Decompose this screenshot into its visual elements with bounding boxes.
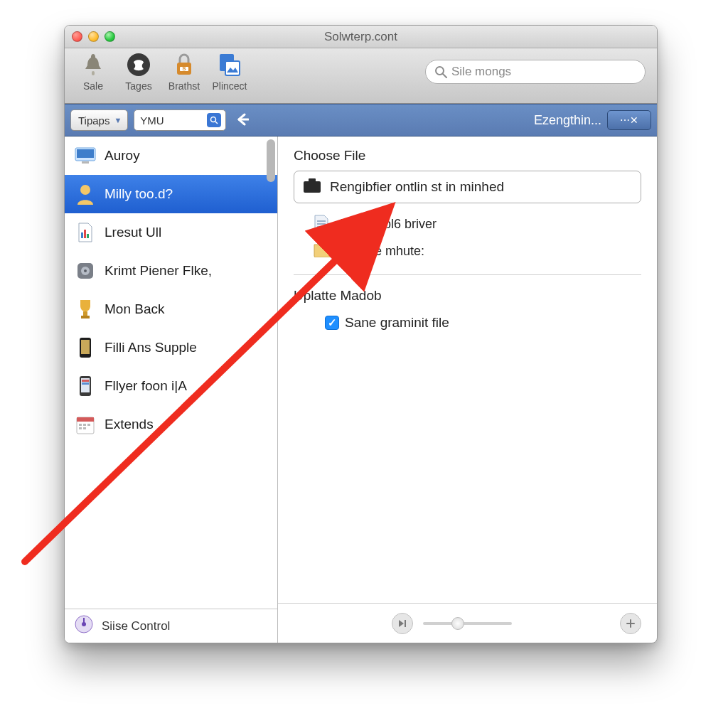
slider-knob[interactable] <box>451 617 464 630</box>
play-next-button[interactable] <box>392 613 413 634</box>
svg-rect-34 <box>87 424 90 426</box>
page-icon <box>314 215 331 233</box>
svg-rect-42 <box>317 223 326 225</box>
minimize-icon[interactable] <box>88 31 99 42</box>
toolbar-item-tages[interactable]: Tages <box>116 51 161 92</box>
window-title: Solwterp.cont <box>65 30 657 44</box>
zoom-icon[interactable] <box>105 31 115 42</box>
sidebar-item-label: Auroy <box>105 148 140 164</box>
file-row-adwla[interactable]: AdwlA abl6 briver <box>294 210 641 237</box>
svg-rect-35 <box>79 427 82 429</box>
window-body: Auroy Milly too.d? Lresut Ull Krimt Pien… <box>65 136 657 643</box>
checkbox-row[interactable]: ✓ Sane graminit file <box>294 311 641 331</box>
drive-icon <box>75 260 96 282</box>
svg-rect-0 <box>92 71 95 75</box>
person-icon <box>125 51 152 78</box>
svg-rect-33 <box>83 424 86 426</box>
detail-column: Choose File Rengibfier ontlin st in minh… <box>278 136 657 643</box>
sidebar-item-label: Extends <box>105 417 154 432</box>
file-row-label: AdwlA abl6 briver <box>338 217 437 232</box>
file-path-field[interactable]: Rengibfier ontlin st in minhed <box>294 171 641 203</box>
toolbar: Sale Tages S Brathst Plincect Sile mongs <box>65 48 657 104</box>
choose-file-label: Choose File <box>294 148 641 164</box>
sidebar-item-label: Lresut Ull <box>105 225 161 240</box>
svg-line-10 <box>215 122 218 124</box>
svg-rect-13 <box>77 149 94 158</box>
file-row-cample[interactable]: Cample mhute: <box>294 237 641 264</box>
svg-rect-16 <box>81 232 83 238</box>
search-icon[interactable] <box>207 113 221 127</box>
sidebar-item-filli[interactable]: Filli Ans Supple <box>65 328 277 367</box>
image-icon <box>216 51 243 78</box>
svg-rect-22 <box>83 311 87 316</box>
calendar-icon <box>75 414 96 435</box>
sidebar-item-fllyer[interactable]: Fllyer foon i|A <box>65 367 277 405</box>
file-row-label: Cample mhute: <box>338 244 424 259</box>
sidebar-item-label: Milly too.d? <box>105 186 173 202</box>
toolbar-item-sale[interactable]: Sale <box>70 51 116 92</box>
sidebar-item-extends[interactable]: Extends <box>65 405 277 444</box>
category-dropdown[interactable]: Tipaps ▼ <box>70 109 128 131</box>
svg-rect-43 <box>317 226 323 228</box>
search-placeholder: Sile mongs <box>451 65 511 79</box>
svg-rect-17 <box>84 230 86 238</box>
scrollbar-thumb[interactable] <box>267 139 275 182</box>
source-list[interactable]: Auroy Milly too.d? Lresut Ull Krimt Pien… <box>65 136 277 609</box>
toolbar-label: Tages <box>116 80 161 92</box>
sidebar-item-milly[interactable]: Milly too.d? <box>65 175 277 213</box>
sidebar-footer-label: Siise Control <box>102 619 170 633</box>
divider <box>294 274 641 275</box>
toolbar-label: Plincect <box>207 80 252 92</box>
sidebar-item-auroy[interactable]: Auroy <box>65 136 277 175</box>
tools-button[interactable]: ⋯✕ <box>607 110 651 130</box>
sidebar-item-lresut[interactable]: Lresut Ull <box>65 213 277 252</box>
toolbar-label: Sale <box>70 80 116 92</box>
svg-line-8 <box>443 74 446 77</box>
bell-icon <box>80 51 107 78</box>
sidebar: Auroy Milly too.d? Lresut Ull Krimt Pien… <box>65 136 278 643</box>
progress-slider[interactable] <box>423 622 511 625</box>
svg-point-15 <box>80 185 90 195</box>
toolbar-item-brathst[interactable]: S Brathst <box>161 51 207 92</box>
svg-rect-32 <box>79 424 82 426</box>
arrow-left-icon <box>236 113 249 126</box>
filter-search-value: YMU <box>140 114 164 127</box>
svg-rect-44 <box>405 620 406 627</box>
svg-rect-14 <box>82 161 89 164</box>
skip-icon <box>397 619 407 628</box>
search-input[interactable]: Sile mongs <box>425 60 646 84</box>
sidebar-item-krimt[interactable]: Krimt Piener Flke, <box>65 252 277 290</box>
sidebar-item-mon-back[interactable]: Mon Back <box>65 290 277 328</box>
svg-point-9 <box>211 117 216 122</box>
sidebar-item-label: Krimt Piener Flke, <box>105 263 212 279</box>
trophy-icon <box>75 299 96 320</box>
svg-rect-40 <box>309 178 316 182</box>
sidebar-footer[interactable]: Siise Control <box>65 609 277 643</box>
svg-rect-28 <box>82 380 89 382</box>
svg-point-38 <box>82 622 86 626</box>
svg-rect-18 <box>87 234 89 238</box>
svg-point-21 <box>84 269 87 272</box>
detail-pane: Choose File Rengibfier ontlin st in minh… <box>278 136 657 603</box>
svg-rect-36 <box>83 427 86 429</box>
dropdown-label: Tipaps <box>78 114 109 127</box>
monitor-icon <box>75 145 96 166</box>
svg-rect-23 <box>81 316 90 318</box>
filter-bar: Tipaps ▼ YMU Ezengthin... ⋯✕ <box>65 104 657 136</box>
action-button[interactable] <box>620 613 641 634</box>
player-bar <box>278 603 657 643</box>
plus-icon <box>626 619 635 628</box>
app-window: Solwterp.cont Sale Tages S Brathst Plinc… <box>64 25 658 643</box>
close-icon[interactable] <box>72 31 82 42</box>
checkbox-label: Sane graminit file <box>345 315 449 331</box>
back-button[interactable] <box>232 110 253 130</box>
sidebar-item-label: Fllyer foon i|A <box>105 378 187 394</box>
toolbar-item-plincect[interactable]: Plincect <box>207 51 252 92</box>
lock-icon: S <box>171 51 198 78</box>
checkbox[interactable]: ✓ <box>325 316 339 330</box>
phone-icon <box>75 337 96 358</box>
briefcase-icon <box>303 178 321 197</box>
svg-rect-29 <box>82 382 89 385</box>
filter-search-input[interactable]: YMU <box>134 109 226 131</box>
breadcrumb[interactable]: Ezengthin... <box>534 113 601 128</box>
